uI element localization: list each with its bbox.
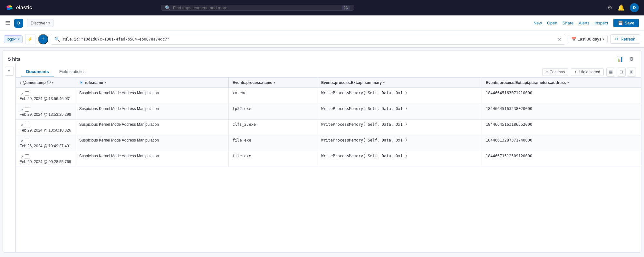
hamburger-menu[interactable]: ☰ [5,20,10,27]
index-pattern-chevron: ▾ [18,37,20,41]
save-label: Save [625,21,634,25]
grid-view-button-1[interactable]: ▦ [606,68,615,77]
filter-options-button[interactable]: ⚡ [25,34,35,44]
ext-api-summary-cell-3: WriteProcessMemory( Self, Data, 0x1 ) [317,135,482,151]
elastic-text: elastic [16,5,32,11]
tab-documents[interactable]: Documents [21,67,54,77]
elastic-logo-icon [5,3,14,12]
alerts-link[interactable]: Alerts [579,21,589,25]
row-checkbox-3[interactable] [25,139,29,143]
layout-wrap: ≡ Documents Field statistics ≡ Columns ↕ [3,63,641,252]
tab-actions: ≡ Columns ↕ 1 field sorted ▦ ⊟ [542,68,636,77]
th-actions: ↓ @timestamp ⓘ ▾ [16,78,75,88]
process-name-cell-0: xx.exe [228,88,317,104]
notifications-icon[interactable]: 🔔 [618,4,625,11]
table-row[interactable]: ↗ Feb 29, 2024 @ 13:56:46.031 Suspicious… [16,88,641,104]
app-title-chevron: ▾ [48,21,50,25]
settings-icon-button[interactable]: ⚙ [627,54,636,63]
grid-view-button-3[interactable]: ⊞ [627,68,636,77]
settings-icon[interactable]: ⚙ [607,4,612,11]
th-ext-api-params[interactable]: Events.process.Ext.api.parameters.addres… [482,78,641,88]
ext-api-params-cell-0: 18446645163071210000 [482,88,641,104]
sort-icon: ↕ [574,70,576,74]
save-icon: 💾 [618,21,623,25]
filter-options-icon: ⚡ [27,37,33,41]
columns-icon: ≡ [546,70,548,74]
th-rule-name[interactable]: k rule.name ▾ [75,78,228,88]
svg-point-0 [5,4,14,12]
index-pattern-label: logs-* [7,37,17,41]
clear-query-icon[interactable]: ✕ [558,37,562,42]
row-checkbox-4[interactable] [25,154,29,159]
app-bar: ☰ D Discover ▾ New Open Share Alerts Ins… [0,15,644,31]
search-kbd: ⌘/ [342,5,350,10]
timestamp-cell-4: Feb 20, 2024 @ 09:28:55.769 [20,160,71,164]
ext-api-summary-chevron-icon[interactable]: ▾ [383,81,385,84]
inspect-link[interactable]: Inspect [595,21,608,25]
save-button[interactable]: 💾 Save [613,19,639,27]
process-name-chevron-icon[interactable]: ▾ [274,81,275,84]
expand-row-button-4[interactable]: ↗ [20,154,24,160]
th-process-name[interactable]: Events.process.name ▾ [228,78,317,88]
process-name-cell-1: lp32.exe [228,104,317,120]
ext-api-summary-cell-4: WriteProcessMemory( Self, Data, 0x1 ) [317,151,482,167]
timestamp-cell-0: Feb 29, 2024 @ 13:56:46.031 [20,96,71,101]
row-checkbox-2[interactable] [25,123,29,127]
app-title-button[interactable]: Discover ▾ [27,19,53,27]
app-title-label: Discover [31,21,47,25]
left-sidebar: ≡ [3,63,16,252]
tab-field-statistics[interactable]: Field statistics [54,67,91,77]
ext-api-params-cell-2: 18446645163186352000 [482,120,641,135]
th-ext-api-summary[interactable]: Events.process.Ext.api.summary ▾ [317,78,482,88]
timestamp-col-label[interactable]: @timestamp [23,80,46,85]
table-row[interactable]: ↗ Feb 29, 2024 @ 13:50:10.826 Suspicious… [16,120,641,135]
cell-actions-3: ↗ Feb 26, 2024 @ 19:49:37.491 [16,135,75,151]
rule-name-cell-1: Suspicious Kernel Mode Address Manipulat… [75,104,228,120]
refresh-label: Refresh [620,37,635,41]
rule-name-cell-3: Suspicious Kernel Mode Address Manipulat… [75,135,228,151]
columns-button[interactable]: ≡ Columns [542,68,568,76]
expand-row-button-1[interactable]: ↗ [20,107,24,112]
process-name-cell-2: clfs_2.exe [228,120,317,135]
expand-row-button-3[interactable]: ↗ [20,139,24,144]
user-avatar[interactable]: D [630,3,639,12]
row-checkbox-1[interactable] [25,107,29,112]
search-query-wrap[interactable]: 🔍 ✕ [51,34,565,45]
global-search-input[interactable] [173,5,340,10]
cell-actions-2: ↗ Feb 29, 2024 @ 13:50:10.826 [16,120,75,135]
grid-view-button-2[interactable]: ⊟ [617,68,626,77]
expand-row-button-2[interactable]: ↗ [20,123,24,128]
time-picker-button[interactable]: 📅 Last 30 days ▾ [568,35,608,43]
grid-view-buttons: ▦ ⊟ ⊞ [606,68,636,77]
table-row[interactable]: ↗ Feb 29, 2024 @ 13:53:25.298 Suspicious… [16,104,641,120]
ext-api-params-col-label: Events.process.Ext.api.parameters.addres… [486,80,566,85]
sidebar-toggle-button[interactable]: ≡ [5,67,14,76]
ext-api-params-cell-4: 18446671512509120000 [482,151,641,167]
table-area: Documents Field statistics ≡ Columns ↕ 1… [16,63,641,252]
share-link[interactable]: Share [562,21,574,25]
sort-field-button[interactable]: ↕ 1 field sorted [571,68,604,76]
chart-toggle-button[interactable]: 📊 [615,54,624,63]
global-search-bar[interactable]: 🔍 ⌘/ [161,5,354,11]
add-filter-icon: + [41,36,45,42]
index-pattern-badge[interactable]: logs-* ▾ [4,35,23,43]
table-row[interactable]: ↗ Feb 26, 2024 @ 19:49:37.491 Suspicious… [16,135,641,151]
global-search-icon: 🔍 [165,5,170,10]
add-filter-button[interactable]: + [38,34,48,44]
new-link[interactable]: New [533,21,542,25]
table-row[interactable]: ↗ Feb 20, 2024 @ 09:28:55.769 Suspicious… [16,151,641,167]
refresh-button[interactable]: ↺ Refresh [610,34,640,44]
rule-name-chevron-icon[interactable]: ▾ [104,81,106,84]
rule-name-cell-4: Suspicious Kernel Mode Address Manipulat… [75,151,228,167]
ext-api-summary-cell-0: WriteProcessMemory( Self, Data, 0x1 ) [317,88,482,104]
gear-icon: ⚙ [629,56,634,62]
search-query-input[interactable] [62,37,555,41]
elastic-logo[interactable]: elastic [5,3,32,12]
chart-icon: 📊 [617,56,623,62]
row-checkbox-0[interactable] [25,91,29,96]
ext-api-params-chevron-icon[interactable]: ▾ [567,81,569,84]
expand-row-button-0[interactable]: ↗ [20,91,24,96]
timestamp-chevron-icon[interactable]: ▾ [52,81,53,84]
rule-name-cell-2: Suspicious Kernel Mode Address Manipulat… [75,120,228,135]
open-link[interactable]: Open [547,21,557,25]
